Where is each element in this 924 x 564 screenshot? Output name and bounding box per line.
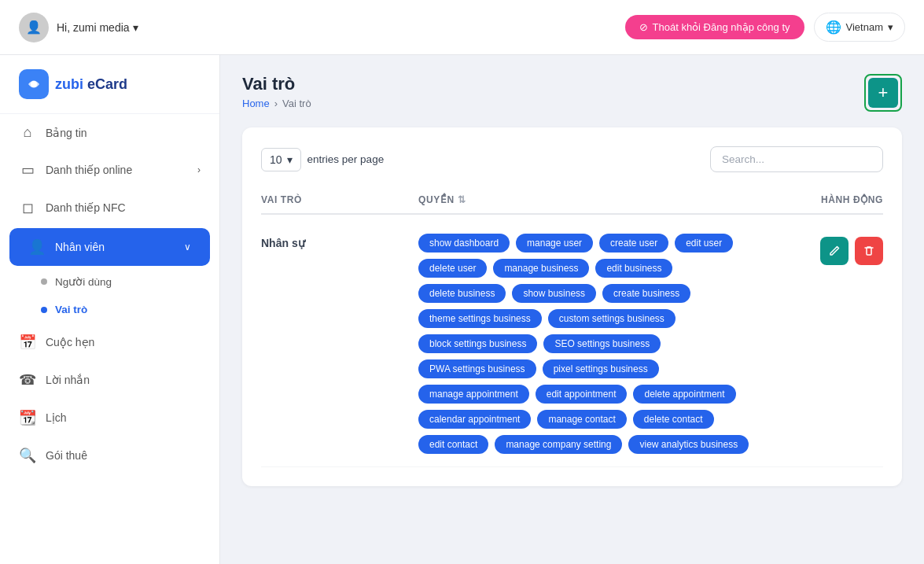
nav-container: ⌂ Bảng tin ▭ Danh thiếp online › ◻ Danh … — [0, 114, 219, 474]
nav-icon-danh-thiep-online: ▭ — [19, 161, 36, 179]
entries-select: 10 ▾ entries per page — [261, 148, 384, 171]
entries-per-page-select[interactable]: 10 ▾ — [261, 148, 301, 171]
th-vai-tro: VAI TRÒ — [261, 194, 418, 205]
permission-tag: SEO settings business — [543, 334, 661, 353]
main-card: 10 ▾ entries per page VAI TRÒ QUYỀN ⇅ HÀ… — [242, 127, 902, 486]
sidebar-item-lich[interactable]: 📆 Lịch — [0, 399, 219, 437]
sidebar-item-danh-thiep-online[interactable]: ▭ Danh thiếp online › — [0, 151, 219, 189]
avatar: 👤 — [19, 13, 49, 42]
sidebar: zubi eCard ⌂ Bảng tin ▭ Danh thiếp onlin… — [0, 55, 220, 564]
delete-role-button[interactable] — [855, 237, 883, 265]
add-button-wrapper: + — [864, 74, 902, 112]
role-name: Nhân sự — [261, 234, 418, 249]
sub-label-vai-tro: Vai trò — [55, 304, 87, 315]
nav-icon-lich: 📆 — [19, 409, 36, 426]
permission-tag: delete appointment — [633, 385, 735, 404]
breadcrumb-current: Vai trò — [282, 98, 311, 109]
nav-chevron-danh-thiep-online: › — [197, 164, 201, 175]
sidebar-item-loi-nhan[interactable]: ☎ Lời nhắn — [0, 361, 219, 399]
greeting-text: Hi, zumi media — [57, 21, 130, 34]
breadcrumb-home-link[interactable]: Home — [242, 98, 270, 109]
entries-value: 10 — [270, 153, 282, 166]
sub-dot-vai-tro — [41, 307, 47, 313]
user-greeting[interactable]: Hi, zumi media ▾ — [57, 21, 138, 34]
layout: zubi eCard ⌂ Bảng tin ▭ Danh thiếp onlin… — [0, 55, 924, 564]
lang-label: Vietnam — [846, 21, 883, 33]
logo-icon — [19, 69, 49, 99]
nav-icon-nhan-vien: 👤 — [28, 238, 46, 256]
nav-label-bang-tin: Bảng tin — [46, 127, 87, 139]
globe-icon: 🌐 — [826, 20, 841, 35]
permission-tag: create business — [602, 284, 690, 303]
table-controls: 10 ▾ entries per page — [261, 146, 883, 172]
topbar-left: 👤 Hi, zumi media ▾ — [19, 13, 138, 42]
table-header: VAI TRÒ QUYỀN ⇅ HÀNH ĐỘNG — [261, 186, 883, 215]
permission-tag: create user — [599, 234, 668, 253]
permission-tag: manage company setting — [495, 435, 622, 454]
permission-tag: show business — [512, 284, 596, 303]
nav-icon-bang-tin: ⌂ — [19, 124, 36, 141]
page-title-section: Vai trò Home › Vai trò — [242, 74, 311, 109]
main-content: Vai trò Home › Vai trò + 10 ▾ — [220, 55, 924, 564]
th-hanh-dong: HÀNH ĐỘNG — [757, 194, 883, 205]
lang-chevron-icon: ▾ — [888, 21, 893, 33]
permission-tag: calendar appointment — [418, 410, 531, 429]
nav-label-danh-thiep-online: Danh thiếp online — [46, 164, 132, 176]
logout-icon: ⊘ — [639, 21, 648, 33]
permission-tag: manage business — [493, 259, 589, 278]
permission-tag: theme settings business — [418, 309, 542, 328]
table-body: Nhân sự show dashboardmanage usercreate … — [261, 221, 883, 467]
table-row: Nhân sự show dashboardmanage usercreate … — [261, 221, 883, 467]
permission-tag: edit appointment — [536, 385, 628, 404]
sidebar-item-nhan-vien[interactable]: 👤 Nhân viên ∨ — [9, 228, 210, 266]
th-quyen-label: QUYỀN — [418, 194, 455, 205]
logo-text1: zubi — [55, 76, 83, 92]
permission-tag: manage user — [516, 234, 593, 253]
nav-label-cuoc-hen: Cuộc hẹn — [46, 336, 94, 348]
th-quyen[interactable]: QUYỀN ⇅ — [418, 194, 757, 205]
nav-icon-loi-nhan: ☎ — [19, 371, 36, 389]
greeting-chevron-icon: ▾ — [133, 21, 138, 34]
language-button[interactable]: 🌐 Vietnam ▾ — [814, 13, 905, 42]
add-role-button[interactable]: + — [868, 78, 898, 108]
edit-role-button[interactable] — [820, 237, 849, 265]
svg-point-0 — [31, 81, 37, 87]
breadcrumb: Home › Vai trò — [242, 98, 311, 109]
nav-label-loi-nhan: Lời nhắn — [46, 374, 90, 386]
topbar: 👤 Hi, zumi media ▾ ⊘ Thoát khỏi Đăng nhậ… — [0, 0, 924, 55]
page-title: Vai trò — [242, 74, 311, 94]
sort-icon: ⇅ — [458, 194, 466, 205]
nav-icon-goi-thue: 🔍 — [19, 447, 36, 464]
permission-tag: edit contact — [418, 435, 488, 454]
nav-icon-cuoc-hen: 📅 — [19, 334, 36, 351]
action-buttons — [757, 234, 883, 265]
logo-text2: eCard — [83, 76, 127, 92]
permission-tag: view analytics business — [628, 435, 749, 454]
logo-area: zubi eCard — [0, 55, 219, 114]
permission-tag: delete contact — [633, 410, 714, 429]
permission-tag: PWA settings business — [418, 359, 536, 378]
topbar-right: ⊘ Thoát khỏi Đăng nhập công ty 🌐 Vietnam… — [625, 13, 905, 42]
permission-tag: manage appointment — [418, 385, 529, 404]
page-header: Vai trò Home › Vai trò + — [242, 74, 902, 112]
sidebar-item-goi-thue[interactable]: 🔍 Gói thuê — [0, 437, 219, 474]
sidebar-item-bang-tin[interactable]: ⌂ Bảng tin — [0, 114, 219, 151]
sidebar-sub-item-nguoi-dung[interactable]: Người dùng — [0, 267, 219, 296]
nav-label-goi-thue: Gói thuê — [46, 449, 87, 462]
search-input[interactable] — [710, 146, 883, 172]
sidebar-item-danh-thiep-nfc[interactable]: ◻ Danh thiếp NFC — [0, 189, 219, 227]
permission-tag: manage contact — [537, 410, 626, 429]
sidebar-item-cuoc-hen[interactable]: 📅 Cuộc hẹn — [0, 323, 219, 361]
nav-label-danh-thiep-nfc: Danh thiếp NFC — [46, 201, 126, 214]
logout-label: Thoát khỏi Đăng nhập công ty — [653, 21, 790, 33]
permission-tag: custom settings business — [548, 309, 676, 328]
nav-icon-danh-thiep-nfc: ◻ — [19, 199, 36, 216]
entries-chevron-icon: ▾ — [287, 153, 293, 166]
permissions-area: show dashboardmanage usercreate useredit… — [418, 234, 757, 454]
permission-tag: delete user — [418, 259, 487, 278]
sidebar-sub-item-vai-tro[interactable]: Vai trò — [0, 296, 219, 323]
permission-tag: block settings business — [418, 334, 537, 353]
logout-button[interactable]: ⊘ Thoát khỏi Đăng nhập công ty — [625, 15, 804, 39]
logo-text: zubi eCard — [55, 76, 127, 93]
permission-tag: show dashboard — [418, 234, 510, 253]
